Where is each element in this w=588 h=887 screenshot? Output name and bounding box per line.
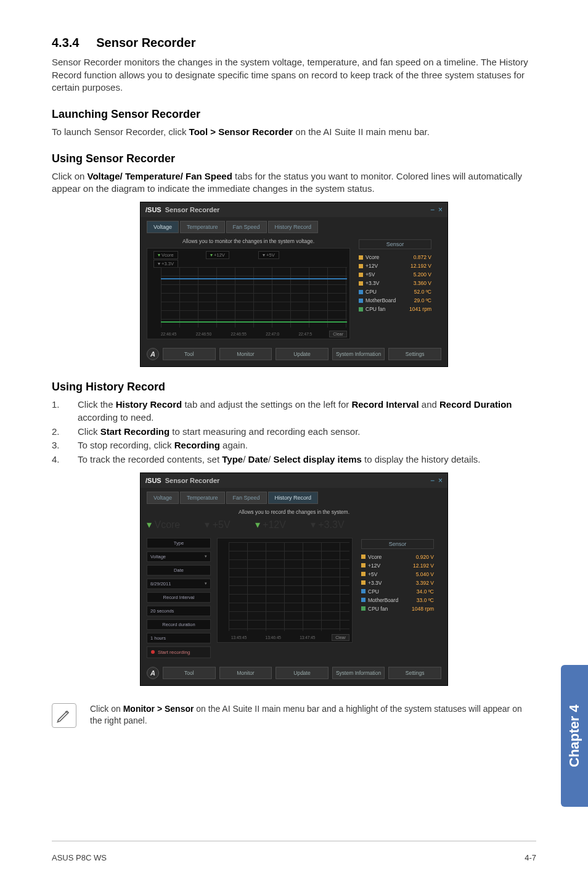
sensor-panel-header-2: Sensor — [361, 539, 434, 549]
launching-pre: To launch Sensor Recorder, click — [52, 126, 189, 137]
chapter-tab-label: Chapter 4 — [566, 704, 582, 767]
tab-fan-speed-2[interactable]: Fan Speed — [226, 492, 267, 504]
record-duration-input[interactable]: 1 hours — [147, 633, 211, 643]
footer-right: 4-7 — [525, 853, 536, 862]
window-close-icon[interactable]: × — [438, 205, 443, 214]
sensor-row: Vcore0.872 V — [359, 253, 431, 262]
footer-settings[interactable]: Settings — [388, 348, 441, 360]
window-title-2: Sensor Recorder — [165, 477, 220, 484]
home-icon[interactable]: A — [147, 348, 159, 360]
series-toggle-vcore[interactable]: ▾ Vcore — [153, 251, 178, 259]
screenshot-sensor-recorder: /SUSSensor Recorder − × Voltage Temperat… — [140, 202, 448, 367]
pencil-icon — [52, 703, 76, 728]
step-item: 2.Click Start Recording to start measuri… — [52, 426, 536, 439]
sensor-panel-2: Sensor Vcore0.920 V+12V12.192 V+5V5.040 … — [357, 534, 439, 663]
using-sr-text: Click on Voltage/ Temperature/ Fan Speed… — [52, 170, 536, 196]
footer-left: ASUS P8C WS — [52, 853, 107, 862]
tab-voltage-2[interactable]: Voltage — [147, 492, 179, 504]
tab-temperature-2[interactable]: Temperature — [180, 492, 225, 504]
launching-post: on the AI Suite II main menu bar. — [293, 126, 430, 137]
app-footer: A Tool Monitor Update System Information… — [141, 344, 447, 366]
app-logo-2: /SUSSensor Recorder — [145, 477, 219, 484]
window-close-icon-2[interactable]: × — [438, 476, 443, 485]
type-label: Type — [147, 538, 211, 548]
tab-fan-speed[interactable]: Fan Speed — [226, 221, 267, 233]
sensor-row: +12V12.192 V — [359, 262, 431, 270]
window-title: Sensor Recorder — [165, 206, 220, 213]
launching-heading: Launching Sensor Recorder — [52, 108, 536, 121]
sensor-row: +5V5.200 V — [359, 270, 431, 279]
sensor-row: CPU52.0 ºC — [359, 287, 431, 296]
footer-settings-2[interactable]: Settings — [388, 667, 441, 679]
window-titlebar: /SUSSensor Recorder − × — [141, 202, 447, 217]
type-dropdown[interactable]: Voltage▾ — [147, 551, 211, 562]
using-sr-heading: Using Sensor Recorder — [52, 152, 536, 165]
window-minimize-icon-2[interactable]: − — [430, 476, 435, 485]
note: Click on Monitor > Sensor on the AI Suit… — [52, 703, 536, 728]
series-toggle-5v[interactable]: ▾ +5V — [258, 251, 279, 259]
history-chart: 13:45:4513:46:4513:47:4513:48:45 Clear — [217, 538, 353, 643]
pane-description: Allows you to monitor the changes in the… — [147, 238, 350, 244]
footer-update-2[interactable]: Update — [276, 667, 329, 679]
series-toggle-2a[interactable]: ▾ Vcore — [147, 519, 180, 530]
window-titlebar-2: /SUSSensor Recorder − × — [141, 473, 447, 488]
section-intro: Sensor Recorder monitors the changes in … — [52, 56, 536, 94]
chevron-down-icon: ▾ — [205, 581, 207, 586]
sensor-panel: Sensor Vcore0.872 V+12V12.192 V+5V5.200 … — [355, 234, 436, 344]
tab-temperature[interactable]: Temperature — [180, 221, 225, 233]
pane-description-2: Allows you to record the changes in the … — [147, 509, 441, 515]
footer-monitor[interactable]: Monitor — [219, 348, 272, 360]
chart-x-axis: 22:46:4522:46:5022:46:5522:47:022:47:522… — [161, 332, 347, 336]
series-toggle-2c[interactable]: ▾ +12V — [255, 519, 286, 530]
home-icon-2[interactable]: A — [147, 667, 159, 679]
tab-history-record-2[interactable]: History Record — [268, 492, 319, 504]
sensor-panel-header: Sensor — [359, 239, 431, 249]
tabs-row-2: Voltage Temperature Fan Speed History Re… — [141, 488, 447, 505]
footer-tool-2[interactable]: Tool — [163, 667, 216, 679]
section-number: 4.3.4 — [52, 36, 79, 49]
section-heading: 4.3.4 Sensor Recorder — [52, 36, 536, 50]
sensor-row: +12V12.192 V — [361, 561, 434, 570]
footer-sysinfo[interactable]: System Information — [332, 348, 385, 360]
footer-monitor-2[interactable]: Monitor — [219, 667, 272, 679]
clear-button[interactable]: Clear — [329, 331, 347, 337]
step-item: 1.Click the History Record tab and adjus… — [52, 398, 536, 424]
series-toggle-2d[interactable]: ▾ +3.3V — [311, 519, 345, 530]
history-record-steps: 1.Click the History Record tab and adjus… — [52, 398, 536, 466]
app-logo: /SUSSensor Recorder — [145, 206, 219, 213]
tabs-row: Voltage Temperature Fan Speed History Re… — [141, 217, 447, 234]
chart-line-vcore — [161, 321, 347, 323]
tab-voltage[interactable]: Voltage — [147, 221, 179, 233]
app-footer-2: A Tool Monitor Update System Information… — [141, 663, 447, 685]
record-settings-panel: Type Voltage▾ Date 8/29/2011▾ Record Int… — [147, 538, 214, 658]
using-sr-pre: Click on — [52, 171, 88, 181]
record-interval-label: Record Interval — [147, 592, 211, 603]
chapter-tab: Chapter 4 — [561, 665, 588, 807]
sensor-row: +3.3V3.360 V — [359, 279, 431, 287]
series-toggle-12v[interactable]: ▾ +12V — [206, 251, 229, 259]
note-bold: Monitor > Sensor — [123, 704, 194, 714]
date-dropdown[interactable]: 8/29/2011▾ — [147, 579, 211, 589]
note-text: Click on Monitor > Sensor on the AI Suit… — [90, 703, 536, 727]
step-item: 4.To track the recorded contents, set Ty… — [52, 453, 536, 466]
series-toggle-2b[interactable]: ▾ +5V — [205, 519, 230, 530]
sensor-row: CPU34.0 ºC — [361, 587, 434, 596]
date-label: Date — [147, 565, 211, 576]
tab-history-record[interactable]: History Record — [268, 221, 319, 233]
sensor-row: MotherBoard33.0 ºC — [361, 596, 434, 604]
start-recording-button[interactable]: Start recording — [147, 646, 211, 658]
record-interval-input[interactable]: 20 seconds — [147, 606, 211, 616]
page-footer: ASUS P8C WS 4-7 — [52, 841, 536, 862]
clear-button-2[interactable]: Clear — [332, 634, 349, 641]
footer-tool[interactable]: Tool — [163, 348, 216, 360]
record-icon — [151, 650, 155, 654]
footer-update[interactable]: Update — [276, 348, 329, 360]
launching-text: To launch Sensor Recorder, click Tool > … — [52, 126, 536, 139]
using-sr-bold: Voltage/ Temperature/ Fan Speed — [88, 171, 232, 181]
chart-line-12v — [161, 278, 347, 279]
window-minimize-icon[interactable]: − — [430, 205, 435, 214]
launching-bold: Tool > Sensor Recorder — [189, 126, 293, 137]
chevron-down-icon: ▾ — [205, 554, 207, 559]
footer-sysinfo-2[interactable]: System Information — [332, 667, 385, 679]
note-pre: Click on — [90, 704, 123, 714]
